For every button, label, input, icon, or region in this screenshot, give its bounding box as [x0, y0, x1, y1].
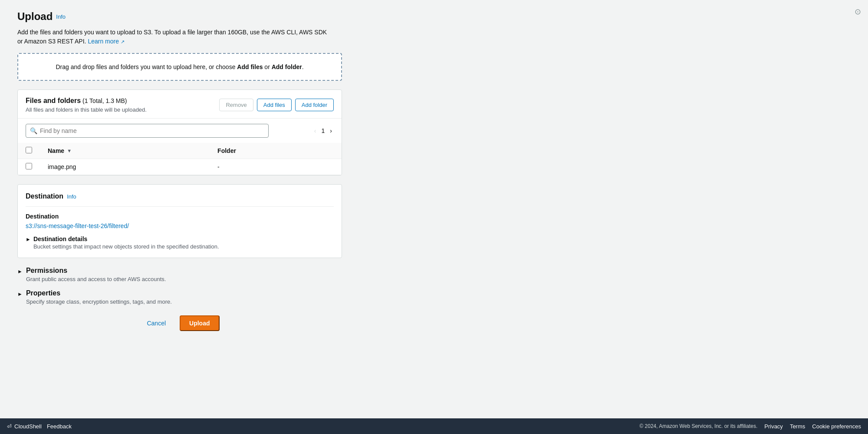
- properties-content: Properties Specify storage class, encryp…: [26, 289, 172, 305]
- properties-chevron-icon: ►: [17, 291, 23, 297]
- cookie-preferences-link[interactable]: Cookie preferences: [812, 423, 861, 430]
- row-folder-cell: -: [210, 159, 342, 175]
- th-folder: Folder: [210, 143, 342, 159]
- destination-details-content: Destination details Bucket settings that…: [33, 235, 219, 250]
- permissions-chevron-icon: ►: [17, 268, 23, 275]
- learn-more-text: Learn more: [88, 38, 119, 45]
- files-panel: Files and folders (1 Total, 1.3 MB) All …: [17, 89, 342, 176]
- dropzone-text-after: .: [302, 63, 304, 70]
- files-panel-title: Files and folders: [26, 97, 81, 104]
- learn-more-link[interactable]: Learn more ↗: [88, 38, 124, 45]
- destination-title: Destination: [26, 192, 63, 200]
- search-icon: 🔍: [30, 127, 37, 134]
- permissions-subtitle: Grant public access and access to other …: [26, 276, 166, 282]
- external-link-icon: ↗: [121, 39, 125, 44]
- terms-link[interactable]: Terms: [790, 423, 805, 430]
- description-text: Add the files and folders you want to up…: [17, 29, 327, 45]
- drop-zone[interactable]: Drag and drop files and folders you want…: [17, 53, 342, 81]
- add-folder-button[interactable]: Add folder: [295, 99, 334, 111]
- destination-url-link[interactable]: s3://sns-message-filter-test-26/filtered…: [26, 222, 129, 229]
- destination-details-subtitle: Bucket settings that impact new objects …: [33, 243, 219, 250]
- files-panel-subtitle: All files and folders in this table will…: [26, 106, 147, 113]
- files-table: Name ▼ Folder image.png -: [18, 143, 342, 175]
- properties-title: Properties: [26, 289, 172, 297]
- properties-header[interactable]: ► Properties Specify storage class, encr…: [17, 289, 342, 305]
- destination-separator: [26, 206, 334, 207]
- pagination-prev-button[interactable]: ‹: [312, 126, 318, 135]
- files-panel-header-left: Files and folders (1 Total, 1.3 MB) All …: [26, 97, 147, 113]
- sort-icon: ▼: [67, 148, 72, 153]
- permissions-title: Permissions: [26, 267, 166, 275]
- files-panel-meta: (1 Total, 1.3 MB): [82, 97, 127, 104]
- search-input[interactable]: [26, 124, 269, 138]
- th-checkbox: [18, 143, 40, 159]
- destination-panel: Destination Info Destination s3://sns-me…: [17, 184, 342, 258]
- cancel-button[interactable]: Cancel: [140, 316, 173, 330]
- search-input-wrap: 🔍: [26, 124, 269, 138]
- dropzone-text-before: Drag and drop files and folders you want…: [56, 63, 237, 70]
- action-row: Cancel Upload: [17, 315, 342, 331]
- pagination-next-button[interactable]: ›: [328, 126, 334, 135]
- title-info-link[interactable]: Info: [56, 13, 66, 20]
- page-title: Upload: [17, 10, 53, 23]
- privacy-link[interactable]: Privacy: [764, 423, 783, 430]
- upload-button[interactable]: Upload: [180, 315, 219, 331]
- pagination: ‹ 1 ›: [312, 126, 334, 135]
- row-checkbox-cell: [18, 159, 40, 175]
- add-files-button[interactable]: Add files: [257, 99, 292, 111]
- destination-title-row: Destination Info: [26, 192, 334, 200]
- page-description: Add the files and folders you want to up…: [17, 28, 330, 46]
- destination-details-row: ► Destination details Bucket settings th…: [26, 235, 334, 250]
- properties-subtitle: Specify storage class, encryption settin…: [26, 298, 172, 305]
- table-row: image.png -: [18, 159, 342, 175]
- cloudshell-label: CloudShell: [14, 423, 42, 430]
- dropzone-text-or: or: [263, 63, 271, 70]
- footer: ⏎ CloudShell Feedback © 2024, Amazon Web…: [0, 418, 868, 434]
- th-name: Name ▼: [40, 143, 210, 159]
- footer-right: © 2024, Amazon Web Services, Inc. or its…: [639, 423, 861, 430]
- search-row: 🔍 ‹ 1 ›: [18, 119, 342, 143]
- dropzone-add-folder-bold: Add folder: [272, 63, 302, 70]
- permissions-header[interactable]: ► Permissions Grant public access and ac…: [17, 267, 342, 282]
- permissions-section: ► Permissions Grant public access and ac…: [17, 267, 342, 282]
- footer-left: ⏎ CloudShell Feedback: [7, 423, 72, 430]
- dropzone-add-files-bold: Add files: [237, 63, 263, 70]
- destination-details-chevron[interactable]: ►: [26, 236, 31, 242]
- cloudshell-button[interactable]: ⏎ CloudShell: [7, 423, 42, 430]
- files-panel-actions: Remove Add files Add folder: [219, 99, 334, 111]
- row-checkbox[interactable]: [26, 163, 32, 169]
- row-folder-value: -: [217, 163, 220, 170]
- permissions-content: Permissions Grant public access and acce…: [26, 267, 166, 282]
- files-panel-title-row: Files and folders (1 Total, 1.3 MB): [26, 97, 147, 105]
- corner-settings-icon[interactable]: ⊙: [855, 7, 861, 17]
- destination-info-link[interactable]: Info: [67, 193, 76, 200]
- files-panel-header: Files and folders (1 Total, 1.3 MB) All …: [18, 90, 342, 119]
- cloudshell-icon: ⏎: [7, 423, 12, 430]
- feedback-button[interactable]: Feedback: [47, 423, 72, 430]
- remove-button[interactable]: Remove: [219, 99, 253, 111]
- row-name-cell: image.png: [40, 159, 210, 175]
- pagination-current: 1: [322, 127, 325, 134]
- row-filename: image.png: [48, 163, 76, 170]
- footer-copyright: © 2024, Amazon Web Services, Inc. or its…: [639, 423, 757, 429]
- select-all-checkbox[interactable]: [26, 147, 32, 153]
- destination-label: Destination: [26, 213, 334, 220]
- properties-section: ► Properties Specify storage class, encr…: [17, 289, 342, 305]
- destination-details-title: Destination details: [33, 235, 219, 242]
- table-header-row: Name ▼ Folder: [18, 143, 342, 159]
- page-title-row: Upload Info: [17, 10, 342, 23]
